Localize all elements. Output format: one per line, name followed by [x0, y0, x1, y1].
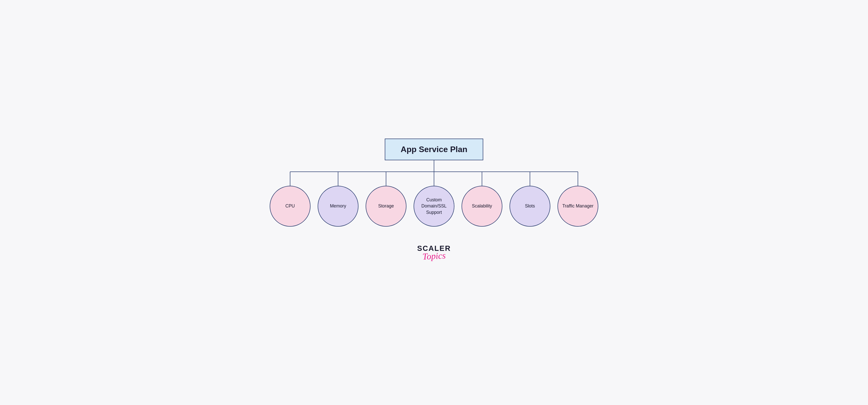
branding: SCALER Topics — [417, 245, 451, 261]
branding-topics: Topics — [422, 251, 446, 262]
leaf-node-memory: Memory — [318, 186, 359, 227]
leaf-row: CPUMemoryStorageCustom Domain/SSL Suppor… — [260, 186, 608, 227]
leaf-node-scalability: Scalability — [462, 186, 502, 227]
leaf-node-storage: Storage — [366, 186, 406, 227]
leaf-node-cpu: CPU — [270, 186, 311, 227]
leaf-node-traffic-manager: Traffic Manager — [557, 186, 598, 227]
connector-area — [260, 160, 608, 186]
leaf-node-custom-domain: Custom Domain/SSL Support — [413, 186, 455, 227]
diagram-container: App Service Plan CPUMemoryStorageCustom … — [255, 123, 613, 282]
leaf-node-slots: Slots — [509, 186, 550, 227]
root-node: App Service Plan — [385, 138, 483, 160]
connector-svg — [260, 160, 608, 186]
